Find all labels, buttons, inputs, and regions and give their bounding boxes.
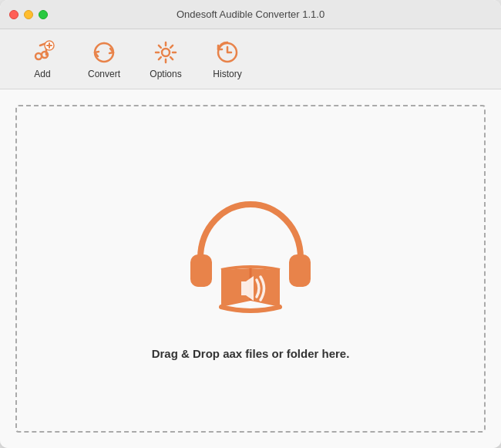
svg-rect-7	[190, 254, 212, 287]
history-icon	[214, 39, 241, 66]
add-icon	[29, 39, 56, 66]
close-button[interactable]	[9, 10, 18, 19]
convert-icon	[90, 39, 118, 66]
drop-zone-text: Drag & Drop aax files or folder here.	[152, 347, 350, 360]
svg-point-1	[42, 52, 48, 58]
drop-zone-icon	[173, 177, 328, 332]
add-button[interactable]: Add	[15, 34, 69, 84]
minimize-button[interactable]	[24, 10, 33, 19]
options-button[interactable]: Options	[139, 34, 193, 84]
history-label: History	[213, 69, 241, 79]
content-area: Drag & Drop aax files or folder here.	[0, 89, 501, 448]
titlebar: Ondesoft Audible Converter 1.1.0	[0, 0, 501, 29]
app-window: Ondesoft Audible Converter 1.1.0 Add	[0, 0, 501, 448]
maximize-button[interactable]	[39, 10, 48, 19]
svg-rect-8	[289, 254, 311, 287]
history-button[interactable]: History	[200, 34, 254, 84]
add-label: Add	[34, 69, 50, 79]
toolbar: Add Convert	[0, 29, 501, 89]
options-label: Options	[150, 69, 181, 79]
convert-button[interactable]: Convert	[77, 34, 131, 84]
svg-point-0	[35, 53, 42, 59]
drop-zone[interactable]: Drag & Drop aax files or folder here.	[15, 105, 486, 433]
svg-point-5	[162, 49, 170, 56]
options-icon	[152, 39, 180, 66]
traffic-lights	[9, 10, 48, 19]
convert-label: Convert	[88, 69, 120, 79]
window-title: Ondesoft Audible Converter 1.1.0	[177, 8, 324, 20]
